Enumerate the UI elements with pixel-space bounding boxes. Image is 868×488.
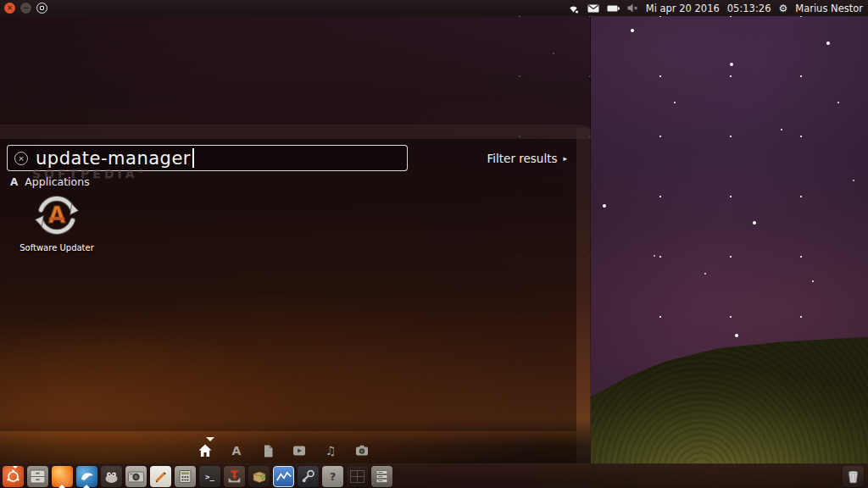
lens-bar-hint-arrow bbox=[206, 437, 214, 441]
dash-frame-right bbox=[576, 128, 591, 463]
network-icon[interactable] bbox=[567, 3, 580, 14]
camera-icon[interactable] bbox=[125, 466, 147, 487]
home-lens-icon[interactable] bbox=[198, 444, 212, 458]
system-monitor-icon[interactable] bbox=[273, 466, 294, 487]
running-indicator bbox=[58, 485, 65, 488]
software-updater-dock-icon[interactable] bbox=[224, 466, 245, 487]
help-icon[interactable]: ? bbox=[322, 466, 343, 487]
focused-indicator bbox=[12, 466, 19, 469]
minimize-button[interactable]: − bbox=[20, 3, 31, 14]
video-lens-icon[interactable] bbox=[292, 444, 306, 458]
calculator-icon[interactable] bbox=[175, 466, 196, 487]
music-lens-icon[interactable]: ♫ bbox=[324, 444, 337, 458]
gimp-icon[interactable] bbox=[101, 466, 122, 487]
mail-icon[interactable] bbox=[587, 4, 599, 13]
applications-lens-icon: A bbox=[10, 175, 18, 188]
top-panel: × − bbox=[0, 0, 868, 16]
session-gear-icon[interactable]: ⚙ bbox=[778, 3, 787, 14]
files-lens-icon[interactable] bbox=[261, 444, 275, 458]
window-controls: × − bbox=[0, 3, 47, 14]
filter-results-button[interactable]: Filter results ▸ bbox=[487, 152, 567, 165]
trash-icon[interactable] bbox=[843, 466, 864, 487]
filter-results-label: Filter results bbox=[487, 152, 558, 165]
applications-lens-tab-icon[interactable]: A bbox=[230, 444, 243, 458]
volume-muted-icon[interactable] bbox=[627, 3, 638, 13]
session-user-name[interactable]: Marius Nestor bbox=[795, 3, 863, 14]
running-indicator bbox=[83, 485, 90, 488]
chevron-right-icon: ▸ bbox=[563, 154, 567, 163]
lens-bar: A ♫ bbox=[198, 444, 369, 458]
softpedia-watermark: SOFTPEDIA® bbox=[32, 167, 147, 180]
svg-text:A: A bbox=[48, 202, 65, 228]
maximize-button[interactable] bbox=[36, 3, 47, 14]
search-text: update-manager bbox=[36, 148, 191, 169]
text-editor-icon[interactable] bbox=[150, 466, 171, 487]
close-button[interactable]: × bbox=[4, 3, 15, 14]
dash-frame-top bbox=[0, 125, 591, 139]
indicator-area: Mi apr 20 2016 05:13:26 ⚙ Marius Nestor bbox=[567, 3, 868, 14]
text-cursor bbox=[192, 148, 194, 168]
dash-overlay: SOFTPEDIA® × update-manager Filter resul… bbox=[0, 16, 591, 463]
files-icon[interactable] bbox=[27, 466, 48, 487]
software-updater-result[interactable]: A Software Updater bbox=[14, 192, 99, 252]
workspace-switcher-icon[interactable] bbox=[347, 466, 368, 487]
steam-icon[interactable] bbox=[298, 466, 319, 487]
software-updater-icon: A bbox=[34, 192, 80, 238]
clear-search-icon[interactable]: × bbox=[14, 152, 28, 165]
battery-icon[interactable] bbox=[607, 5, 620, 12]
clock-date[interactable]: Mi apr 20 2016 bbox=[646, 3, 720, 14]
result-label: Software Updater bbox=[14, 243, 99, 252]
photos-lens-icon[interactable] bbox=[355, 444, 369, 458]
terminal-icon[interactable]: >_ bbox=[199, 466, 220, 487]
ubuntu-dash-button[interactable] bbox=[3, 466, 24, 487]
package-installer-icon[interactable] bbox=[248, 466, 270, 487]
clock-time[interactable]: 05:13:26 bbox=[727, 3, 771, 14]
launcher-dock: >_ bbox=[0, 463, 868, 488]
desktop: SOFTPEDIA® × update-manager Filter resul… bbox=[0, 0, 868, 488]
server-icon[interactable] bbox=[371, 466, 392, 487]
